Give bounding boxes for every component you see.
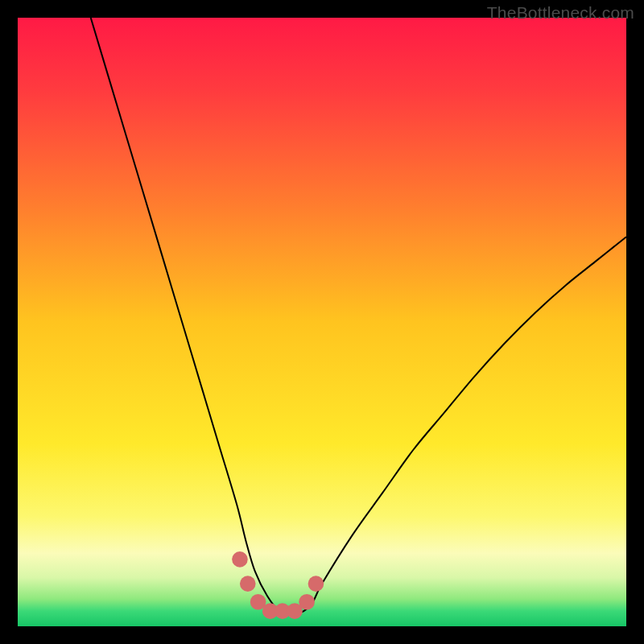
chart-stage: TheBottleneck.com [0, 0, 644, 644]
gradient-background [18, 18, 626, 626]
marker-dot [232, 551, 248, 568]
marker-dot [240, 576, 256, 592]
marker-dot [308, 576, 324, 592]
bottleneck-chart [18, 18, 626, 626]
marker-dot [299, 594, 315, 610]
